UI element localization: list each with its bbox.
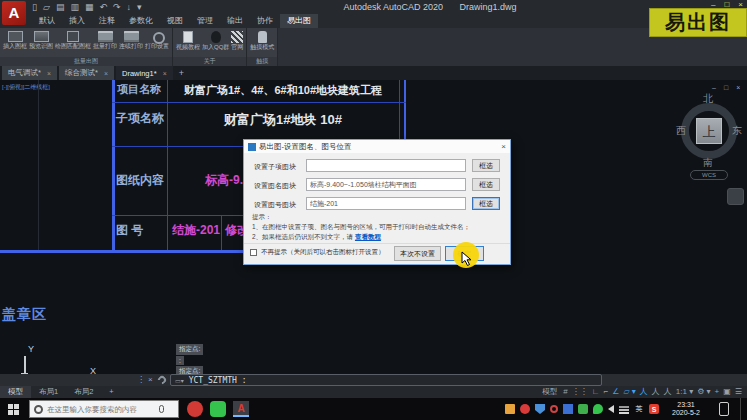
skip-button[interactable]: 本次不设置 — [394, 246, 441, 261]
phone-link-icon[interactable] — [719, 402, 729, 416]
file-tab-close-icon[interactable]: × — [47, 70, 51, 77]
model-space-label[interactable]: 模型 — [542, 387, 557, 397]
wechat-tray-icon[interactable] — [593, 404, 603, 414]
search-input[interactable] — [47, 405, 155, 414]
ribbon-button[interactable]: 视频教程 — [175, 29, 201, 51]
search-tray-icon[interactable] — [550, 405, 558, 413]
file-tab[interactable]: 电气调试* × — [2, 66, 57, 80]
network-icon[interactable] — [619, 404, 629, 414]
qat-dropdown-icon[interactable]: ▾ — [137, 1, 142, 13]
viewport-controls-label[interactable]: [-][俯视][二维线框] — [2, 83, 50, 92]
green-app-tray-icon[interactable] — [578, 404, 588, 414]
folder-icon[interactable] — [505, 404, 515, 414]
ribbon-tab[interactable]: 易出图 — [280, 14, 318, 28]
show-desktop-button[interactable] — [740, 398, 743, 420]
command-prompt-icon[interactable]: ▭▾ — [175, 377, 184, 384]
polar-tracking-icon[interactable]: ∠ — [612, 386, 619, 398]
open-file-icon[interactable]: ▱ — [43, 1, 50, 13]
scale-list-dropdown[interactable]: 1:1 ▾ — [676, 386, 693, 398]
snap-mode-icon[interactable]: ⋮⋮ — [572, 386, 588, 398]
frame-select-button[interactable]: 框选 — [472, 197, 500, 210]
ribbon-tab[interactable]: 协作 — [250, 14, 280, 28]
restore-icon[interactable]: □ — [724, 84, 728, 91]
ribbon-button[interactable]: 触摸模式 — [249, 29, 275, 51]
frame-select-button[interactable]: 框选 — [472, 159, 500, 172]
layout-tab[interactable]: + — [101, 386, 121, 398]
file-tab-close-icon[interactable]: × — [104, 70, 108, 77]
block-value-field[interactable] — [306, 197, 466, 210]
autocad-logo-button[interactable]: A — [2, 1, 26, 25]
dialog-title-bar[interactable]: 易出图-设置图名、图号位置 × — [244, 140, 510, 153]
plot-icon[interactable]: ▦ — [85, 1, 94, 13]
ribbon-button[interactable]: 预览识图 — [28, 29, 54, 50]
ribbon-tab[interactable]: 参数化 — [122, 14, 160, 28]
layout-tab[interactable]: 布局2 — [66, 386, 101, 398]
ribbon-button[interactable]: 插入图框 — [2, 29, 28, 50]
plugin-badge[interactable]: 易出图 — [649, 8, 747, 37]
file-tab-close-icon[interactable]: × — [163, 70, 167, 77]
ribbon-tab[interactable]: 默认 — [32, 14, 62, 28]
viewcube-south[interactable]: 南 — [703, 156, 713, 170]
annotation-visibility-icon[interactable]: 人 — [640, 386, 648, 398]
command-wrench-icon[interactable] — [156, 374, 167, 385]
file-tab[interactable]: Drawing1* × — [116, 66, 173, 80]
file-tab[interactable]: 综合测试* × — [59, 66, 114, 80]
microphone-icon[interactable] — [159, 405, 164, 413]
dynamic-input-icon[interactable]: ∟ — [592, 386, 600, 398]
taskbar-search[interactable] — [29, 400, 179, 418]
red-app-icon[interactable] — [187, 401, 203, 417]
viewcube-east[interactable]: 东 — [732, 124, 742, 138]
navigation-bar[interactable] — [727, 188, 744, 205]
maximize-icon[interactable]: □ — [724, 0, 729, 9]
ribbon-button[interactable]: 连续打印 — [118, 29, 144, 50]
dont-remind-checkbox[interactable] — [250, 249, 257, 256]
viewcube-west[interactable]: 西 — [676, 124, 686, 138]
blue-app-tray-icon[interactable] — [563, 404, 573, 414]
ribbon-button[interactable]: 绘图匹配图框 — [54, 29, 92, 50]
command-grip-handle[interactable]: ⋮ — [137, 375, 145, 384]
layout-tab[interactable]: 布局1 — [31, 386, 66, 398]
layout-tab[interactable]: 模型 — [0, 386, 31, 398]
frame-select-button[interactable]: 框选 — [472, 178, 500, 191]
ok-button[interactable]: 确定 — [445, 246, 484, 261]
minimize-icon[interactable]: – — [712, 84, 716, 91]
grid-icon[interactable]: # — [563, 386, 567, 398]
close-icon[interactable]: × — [736, 84, 740, 91]
new-file-icon[interactable]: ▯ — [32, 1, 37, 13]
shield-icon[interactable] — [535, 404, 545, 414]
annotation-autoscale-icon[interactable]: 人 — [652, 386, 660, 398]
ribbon-tab[interactable]: 注释 — [92, 14, 122, 28]
command-input[interactable]: ▭▾ YCT_SZTMTH : — [170, 374, 602, 386]
ribbon-tab[interactable]: 输出 — [220, 14, 250, 28]
tutorial-link[interactable]: 查看教程 — [355, 233, 381, 240]
taskbar-clock[interactable]: 23:31 2020-5-2 — [664, 401, 708, 417]
block-value-field[interactable] — [306, 178, 466, 191]
block-value-field[interactable] — [306, 159, 466, 172]
start-button[interactable] — [8, 404, 19, 415]
ribbon-tab[interactable]: 插入 — [62, 14, 92, 28]
ime-icon[interactable]: 英 — [634, 404, 644, 414]
wcs-dropdown[interactable]: WCS — [690, 170, 728, 180]
workspace-gear-icon[interactable]: ⚙ ▾ — [697, 386, 710, 398]
viewcube-north[interactable]: 北 — [703, 92, 713, 106]
minimize-icon[interactable]: – — [711, 0, 715, 9]
annotation-monitor-icon[interactable]: + — [715, 386, 720, 398]
redo-icon[interactable]: ↷ — [113, 1, 121, 13]
ribbon-tab[interactable]: 管理 — [190, 14, 220, 28]
download-icon[interactable]: ↓ — [127, 1, 132, 13]
autocad-app-icon[interactable]: A — [233, 401, 249, 417]
close-icon[interactable]: × — [738, 0, 743, 9]
dialog-close-icon[interactable]: × — [501, 142, 506, 151]
annotation-scale-icon[interactable]: 人 — [664, 386, 672, 398]
wechat-app-icon[interactable] — [210, 401, 226, 417]
save-as-icon[interactable]: ▥ — [70, 1, 79, 13]
ribbon-button[interactable]: 打印设置 — [144, 29, 170, 50]
osnap-icon[interactable]: ▱ ▾ — [623, 386, 635, 398]
ribbon-button[interactable]: 批量打印 — [92, 29, 118, 50]
viewcube-top-face[interactable]: 上 — [696, 118, 722, 144]
new-tab-button[interactable]: + — [175, 66, 188, 80]
sogou-icon[interactable]: S — [649, 404, 659, 414]
red-dot-icon[interactable] — [520, 404, 530, 414]
save-icon[interactable]: ▤ — [56, 1, 65, 13]
ortho-icon[interactable]: ⌐ — [604, 386, 609, 398]
